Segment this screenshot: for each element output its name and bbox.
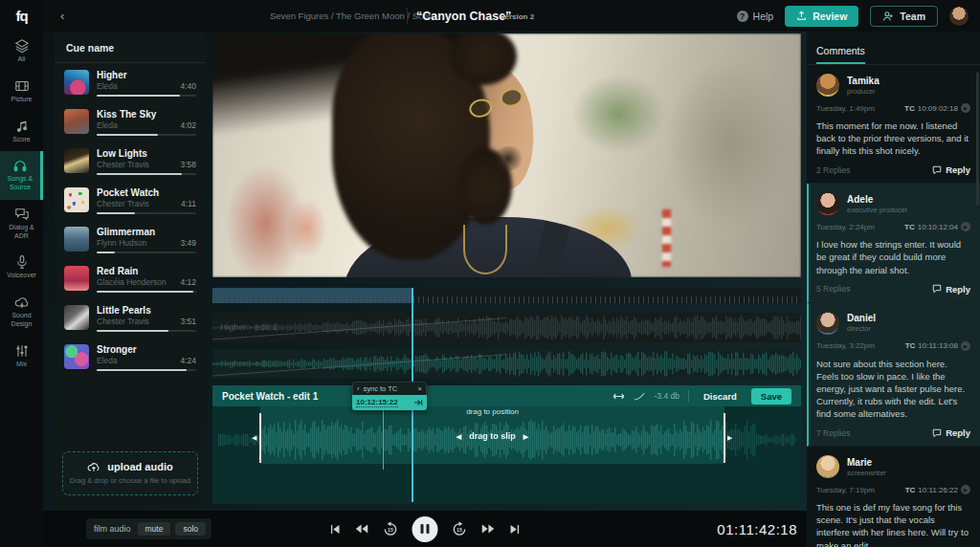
review-button[interactable]: Review — [785, 6, 858, 27]
cue-progress — [97, 95, 196, 97]
cue-artist: Eleda — [97, 356, 118, 365]
sidebar-item-picture[interactable]: Picture — [0, 72, 43, 112]
reply-button[interactable]: Reply — [932, 427, 970, 438]
comment-card-marie[interactable]: Marie screenwriter Tuesday, 7:19pm TC10:… — [807, 447, 980, 547]
tab-comments[interactable]: Comments — [816, 45, 865, 64]
album-art — [64, 187, 89, 212]
avatar — [816, 455, 839, 478]
cue-progress — [97, 252, 196, 253]
cue-row-kiss-the-sky[interactable]: Kiss The Sky Eleda4:02 — [55, 102, 206, 142]
sidebar-item-dialog-adr[interactable]: Dialog & ADR — [0, 200, 43, 249]
rewind-button[interactable] — [355, 523, 369, 535]
cue-row-higher[interactable]: Higher Eleda4:40 — [55, 63, 206, 102]
film-audio-group: film audio mute solo — [86, 518, 212, 539]
headphones-icon — [12, 158, 28, 173]
cue-row-stronger[interactable]: Stronger Eleda4:24 — [55, 338, 206, 377]
save-button[interactable]: Save — [751, 388, 791, 405]
skip-to-start-button[interactable] — [329, 523, 342, 536]
comment-text: Not sure about this section here. Feels … — [816, 358, 970, 421]
jump-to-tc-icon[interactable]: ▶ — [961, 222, 970, 231]
cue-duration: 3:51 — [180, 317, 196, 326]
sidebar-item-voiceover[interactable]: Voiceover — [0, 248, 43, 288]
cue-duration: 4:12 — [180, 277, 196, 287]
comment-card-tamika[interactable]: Tamika producer Tuesday, 1:49pm TC10:09:… — [807, 65, 980, 184]
cue-row-pocket-watch[interactable]: Pocket Watch Chester Travis4:11 — [55, 181, 206, 220]
reply-button[interactable]: Reply — [932, 164, 970, 175]
comment-timecode[interactable]: TC10:11:13:08 ▶ — [905, 341, 970, 351]
replies-link[interactable]: 2 Replies — [816, 165, 850, 175]
edit-waveform-area: drag to position ◀ ▶ ◀drag to slip▶ — [212, 406, 801, 504]
upload-audio-dropzone[interactable]: upload audio Drag & drop or choose a fil… — [62, 451, 198, 495]
track-higher-edit-1[interactable]: Higher - edit 1 — [212, 313, 801, 342]
breadcrumb[interactable]: Seven Figures / The Green Moon / Score — [270, 11, 436, 21]
album-art — [64, 148, 89, 173]
cloud-upload-icon — [87, 461, 100, 472]
comment-date: Tuesday, 7:19pm — [816, 486, 875, 494]
replies-link[interactable]: 5 Replies — [816, 284, 850, 294]
layers-icon — [14, 38, 30, 54]
reply-button[interactable]: Reply — [932, 284, 970, 295]
fade-curve-icon[interactable] — [634, 392, 645, 401]
left-arrow-icon: ◀ — [457, 433, 461, 440]
sidebar-item-mix[interactable]: Mix — [0, 337, 43, 377]
track-label: Higher - edit 1 — [220, 321, 278, 332]
version-badge: version 2 — [501, 12, 534, 21]
upload-icon — [796, 11, 807, 21]
replay-15-button[interactable]: 15 — [383, 521, 399, 537]
comment-timecode[interactable]: TC10:10:12:04 ▶ — [904, 222, 970, 231]
skip-to-end-button[interactable] — [509, 523, 522, 536]
cue-duration: 4:02 — [180, 120, 196, 130]
back-chevron-icon[interactable]: ‹ — [357, 384, 360, 393]
fast-forward-button[interactable] — [481, 523, 496, 535]
svg-text:15: 15 — [388, 526, 393, 532]
comment-card-daniel[interactable]: Daniel director Tuesday, 3:22pm TC10:11:… — [807, 303, 980, 448]
back-chevron-icon[interactable]: ‹ — [60, 9, 64, 23]
sidebar-item-sound-design[interactable]: Sound Design — [0, 288, 43, 337]
forward-15-button[interactable]: 15 — [452, 521, 468, 537]
comments-scrollbar[interactable] — [976, 72, 979, 206]
close-icon[interactable]: × — [418, 384, 422, 393]
cue-row-low-lights[interactable]: Low Lights Chester Travis3:58 — [55, 142, 206, 181]
team-button[interactable]: Team — [870, 6, 938, 27]
discard-button[interactable]: Discard — [698, 389, 743, 404]
sidebar-item-score[interactable]: Score — [0, 112, 43, 152]
drag-to-slip-handle[interactable]: ◀drag to slip▶ — [260, 431, 724, 441]
jump-to-tc-icon[interactable]: ▶ — [961, 341, 970, 351]
timecode-input[interactable]: 10:12:15:22 — [356, 398, 398, 407]
svg-text:15: 15 — [457, 526, 462, 532]
help-button[interactable]: ? Help — [737, 11, 774, 22]
pause-button[interactable] — [412, 516, 438, 542]
cue-artist: Chester Travis — [97, 160, 149, 169]
mute-button[interactable]: mute — [138, 522, 171, 536]
cue-duration: 4:24 — [180, 356, 196, 365]
film-icon — [14, 78, 30, 94]
cue-artist: Eleda — [97, 120, 118, 130]
cue-row-little-pearls[interactable]: Little Pearls Chester Travis3:51 — [55, 298, 206, 338]
film-audio-toggle[interactable]: film audio — [92, 524, 133, 534]
app-logo: fq — [0, 0, 43, 32]
cue-row-glimmerman[interactable]: Glimmerman Flynn Hudson3:49 — [55, 220, 206, 259]
comment-date: Tuesday, 1:49pm — [816, 104, 875, 113]
cue-progress — [97, 369, 196, 371]
avatar — [816, 74, 839, 97]
timeline-scrubber[interactable] — [212, 288, 801, 303]
jump-to-tc-icon[interactable]: ▶ — [961, 485, 970, 494]
gain-value[interactable]: -3.4 db — [654, 391, 679, 401]
user-avatar[interactable] — [949, 7, 969, 26]
comment-text: This one is def my fave song for this sc… — [816, 501, 970, 547]
video-preview[interactable] — [212, 33, 801, 277]
comment-timecode[interactable]: TC10:11:26:22 ▶ — [905, 485, 970, 494]
track-higher-edit-2[interactable]: Higher - edit 2 — [212, 349, 801, 379]
comment-card-adele[interactable]: Adele executive producer Tuesday, 2:24pm… — [807, 184, 980, 302]
comment-timecode[interactable]: TC10:09:02:18 ▶ — [904, 103, 970, 113]
jump-to-tc-icon[interactable]: ▶ — [961, 103, 970, 113]
snap-to-playhead-icon[interactable] — [413, 399, 423, 406]
stretch-icon[interactable] — [612, 392, 625, 401]
replies-link[interactable]: 7 Replies — [816, 428, 850, 438]
cue-progress — [97, 330, 196, 332]
sidebar-item-songs-source[interactable]: Songs & Source — [0, 151, 43, 200]
sidebar-item-all[interactable]: All — [0, 32, 43, 72]
cue-row-red-rain[interactable]: Red Rain Glacéia Henderson4:12 — [55, 259, 206, 298]
cue-artist: Eleda — [97, 81, 118, 91]
solo-button[interactable]: solo — [175, 522, 206, 536]
